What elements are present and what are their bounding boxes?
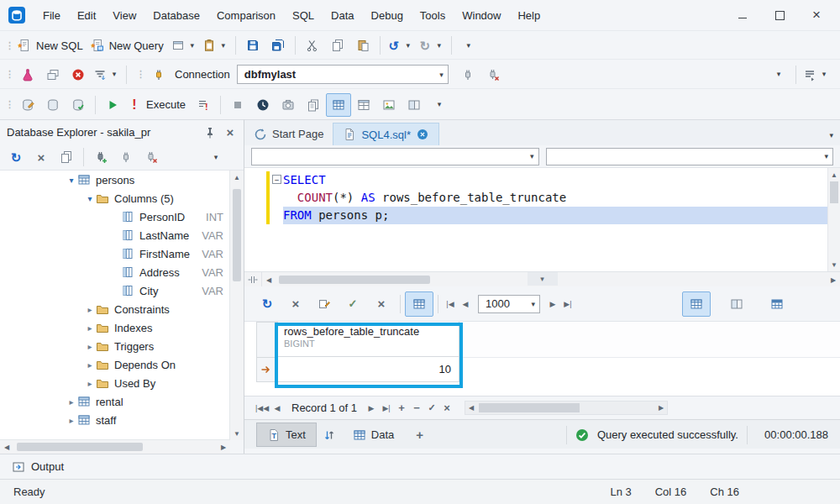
run-button[interactable] — [100, 93, 125, 117]
add-result-tab-button[interactable]: + — [405, 423, 434, 447]
explorer-vertical-scrollbar[interactable]: ▲ ▼ — [229, 171, 244, 440]
cut-button[interactable] — [300, 34, 325, 57]
query-history-button[interactable] — [250, 93, 276, 117]
scroll-thumb[interactable] — [233, 189, 241, 281]
single-grid-view-button[interactable] — [682, 291, 711, 317]
record-first-icon[interactable]: |◀◀ — [255, 400, 270, 417]
duplicate-window-button[interactable] — [40, 63, 66, 87]
schema-combobox[interactable]: ▾ — [546, 148, 834, 165]
task-list-button[interactable]: ▾ — [801, 63, 832, 87]
scroll-thumb[interactable] — [279, 276, 430, 284]
grid-column-header[interactable]: rows_before_table_truncate BIGINT — [278, 322, 459, 357]
tab-text[interactable]: T Text — [256, 423, 317, 447]
code-area[interactable]: SELECT COUNT(*) AS rows_before_table_tru… — [283, 171, 828, 224]
page-prev-icon[interactable]: ◀ — [458, 296, 473, 312]
menu-file[interactable]: File — [34, 5, 69, 26]
paste-button[interactable] — [350, 34, 375, 57]
tab-list-caret-icon[interactable]: ▾ — [829, 131, 833, 139]
page-next-icon[interactable]: ▶ — [545, 296, 560, 312]
save-all-button[interactable] — [265, 34, 291, 57]
scroll-right-icon[interactable]: ▶ — [827, 273, 840, 286]
record-next-icon[interactable]: ▶ — [364, 400, 379, 417]
tree-item-firstname[interactable]: FirstNameVAR — [0, 244, 230, 263]
scroll-down-icon[interactable]: ▼ — [230, 427, 244, 440]
editor-horizontal-scrollbar[interactable]: ◀ ▾ ▶ — [244, 271, 840, 287]
refresh-results-button[interactable]: ↻ — [253, 291, 281, 317]
profiler-button[interactable] — [276, 93, 301, 117]
open-button[interactable]: ▾ — [200, 34, 231, 57]
tree-item-rental[interactable]: ▸rental — [0, 392, 230, 411]
output-panel-tab[interactable]: Output — [0, 454, 840, 479]
scroll-left-icon[interactable]: ◀ — [465, 402, 477, 414]
explorer-horizontal-scrollbar[interactable]: ◀ ▶ — [0, 439, 230, 454]
tab-close-icon[interactable] — [416, 128, 429, 141]
error-list-button[interactable] — [66, 63, 91, 87]
tree-item-indexes[interactable]: ▸Indexes — [0, 318, 230, 337]
delete-button[interactable]: × — [29, 145, 54, 169]
copy-button[interactable] — [325, 34, 350, 57]
close-window-button[interactable]: × — [798, 3, 835, 27]
tree-item-staff[interactable]: ▸staff — [0, 411, 230, 429]
duplicate-button[interactable] — [54, 145, 79, 169]
code-line-2[interactable]: COUNT(*) AS rows_before_table_truncate — [283, 189, 828, 207]
database-combobox[interactable]: ▾ — [251, 148, 539, 165]
split-view-button[interactable] — [722, 291, 751, 317]
tree-collapsed-icon[interactable]: ▸ — [84, 379, 96, 388]
tree-item-personid[interactable]: PersonIDINT — [0, 207, 230, 226]
connection-combobox[interactable]: dbfmylast ▾ — [237, 65, 449, 84]
layout-window-button[interactable] — [351, 93, 376, 117]
split-grip-icon[interactable] — [244, 272, 262, 287]
sql-editor[interactable]: − SELECT COUNT(*) AS rows_before_table_t… — [244, 168, 840, 271]
collapse-splitter-icon[interactable]: ▾ — [528, 272, 558, 286]
menu-sql[interactable]: SQL — [284, 5, 323, 26]
database-button[interactable] — [40, 93, 66, 117]
tree-item-depends-on[interactable]: ▸Depends On — [0, 355, 230, 374]
tree-collapsed-icon[interactable]: ▸ — [84, 360, 96, 370]
menu-view[interactable]: View — [104, 5, 144, 26]
menu-edit[interactable]: Edit — [69, 5, 104, 26]
undo-button[interactable]: ↺ ▾ — [385, 34, 416, 57]
query-profiler-button[interactable] — [15, 63, 40, 87]
new-window-button[interactable]: ▾ — [169, 34, 200, 57]
scroll-down-icon[interactable]: ▼ — [828, 258, 840, 271]
stop-button[interactable] — [225, 93, 250, 117]
minimize-button[interactable] — [724, 3, 761, 27]
scroll-right-icon[interactable]: ▶ — [217, 440, 230, 454]
redo-button[interactable]: ↻ ▾ — [416, 34, 447, 57]
connection-options-button[interactable]: ▾ — [766, 63, 791, 87]
explorer-options-button[interactable]: ▾ — [203, 145, 228, 169]
scroll-up-icon[interactable]: ▲ — [828, 168, 840, 181]
execute-options-button[interactable]: ▾ — [427, 93, 452, 117]
tree-collapsed-icon[interactable]: ▸ — [66, 416, 77, 425]
swap-panels-button[interactable] — [317, 423, 342, 447]
close-panel-icon[interactable]: × — [223, 126, 237, 139]
connect-button[interactable] — [113, 145, 139, 169]
stop-refresh-button[interactable]: × — [281, 291, 310, 317]
menu-debug[interactable]: Debug — [363, 5, 412, 26]
grid-horizontal-scrollbar[interactable]: ◀ ▶ — [465, 401, 668, 415]
editor-vertical-scrollbar[interactable]: ▲ ▼ — [827, 168, 840, 271]
cancel-edit-icon[interactable]: × — [439, 400, 454, 417]
menu-help[interactable]: Help — [509, 5, 549, 26]
new-sql-button[interactable]: * New SQL — [15, 34, 88, 57]
pin-icon[interactable] — [203, 126, 217, 139]
tree-expanded-icon[interactable]: ▾ — [66, 176, 77, 185]
tree-item-columns-5-[interactable]: ▾Columns (5) — [0, 189, 230, 207]
results-grid-toggle-button[interactable] — [326, 93, 351, 117]
tree-collapsed-icon[interactable]: ▸ — [84, 305, 96, 314]
grid-value-cell[interactable]: 10 — [278, 357, 459, 382]
panels-button[interactable] — [402, 93, 427, 117]
code-line-3[interactable]: FROM persons p; — [283, 207, 828, 224]
menu-database[interactable]: Database — [144, 5, 208, 26]
tree-collapsed-icon[interactable]: ▸ — [84, 323, 96, 333]
save-button[interactable] — [240, 34, 265, 57]
edit-database-button[interactable] — [15, 93, 40, 117]
tree-item-address[interactable]: AddressVAR — [0, 263, 230, 281]
tree-collapsed-icon[interactable]: ▸ — [66, 397, 77, 407]
tree-item-used-by[interactable]: ▸Used By — [0, 374, 230, 392]
page-last-icon[interactable]: ▶| — [560, 296, 575, 312]
cancel-changes-button[interactable]: × — [367, 291, 396, 317]
page-size-combobox[interactable]: 1000 ▾ — [478, 295, 540, 313]
connection-button[interactable] — [146, 63, 171, 87]
tree-collapsed-icon[interactable]: ▸ — [84, 342, 96, 351]
